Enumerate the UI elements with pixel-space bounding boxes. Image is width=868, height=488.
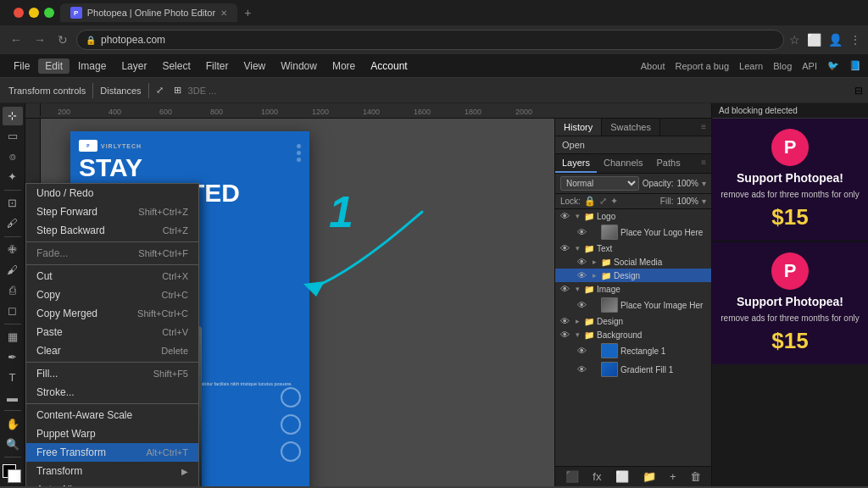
mask-button[interactable]: ⬜ — [615, 470, 629, 483]
dd-transform[interactable]: Transform ▶ — [26, 462, 198, 480]
about-link[interactable]: About — [641, 61, 665, 71]
menu-dots-icon[interactable]: ⋮ — [849, 33, 861, 47]
panel-collapse-icon[interactable]: ≡ — [696, 119, 711, 136]
tab-channels[interactable]: Channels — [597, 154, 649, 173]
learn-link[interactable]: Learn — [739, 61, 763, 71]
layer-place-image[interactable]: 👁 Place Your Image Her — [555, 296, 711, 314]
toolbar-move-icon[interactable]: ⤢ — [153, 84, 167, 97]
layer-eye-image[interactable]: 👁 — [559, 284, 570, 294]
expand-logo[interactable]: ▾ — [573, 212, 581, 220]
blog-link[interactable]: Blog — [773, 61, 792, 71]
report-bug-link[interactable]: Report a bug — [675, 61, 729, 71]
dd-paste[interactable]: Paste Ctrl+V — [26, 323, 198, 341]
layer-image-group[interactable]: 👁 ▾ 📁 Image — [555, 282, 711, 296]
folder-button[interactable]: 📁 — [643, 470, 656, 483]
layer-eye-social[interactable]: 👁 — [576, 257, 587, 267]
dd-auto-align[interactable]: Auto-Align — [26, 480, 198, 486]
dd-stroke[interactable]: Stroke... — [26, 383, 198, 402]
layer-design-text[interactable]: 👁 ▸ 📁 Design — [555, 269, 711, 282]
tool-lasso[interactable]: ⌾ — [3, 147, 23, 166]
tool-erase[interactable]: ◻ — [3, 302, 23, 320]
dd-copy[interactable]: Copy Ctrl+C — [26, 286, 198, 304]
toolbar-grid-icon[interactable]: ⊟ — [854, 85, 863, 97]
dd-cut[interactable]: Cut Ctrl+X — [26, 267, 198, 286]
expand-text[interactable]: ▾ — [573, 244, 581, 252]
dd-step-backward[interactable]: Step Backward Ctrl+Z — [26, 221, 198, 240]
layer-eye-bg[interactable]: 👁 — [559, 330, 570, 340]
twitter-icon[interactable]: 🐦 — [827, 60, 839, 71]
fx-button[interactable]: fx — [593, 470, 601, 483]
menu-view[interactable]: View — [236, 58, 272, 74]
dd-copy-merged[interactable]: Copy Merged Shift+Ctrl+C — [26, 304, 198, 323]
tool-clone[interactable]: ⎙ — [3, 281, 23, 300]
tab-layers[interactable]: Layers — [555, 154, 597, 173]
lock-icon-1[interactable]: 🔒 — [584, 196, 596, 207]
tool-zoom[interactable]: 🔍 — [3, 435, 23, 453]
layer-social-media[interactable]: 👁 ▸ 📁 Social Media — [555, 255, 711, 269]
layer-eye-design-text[interactable]: 👁 — [576, 270, 587, 280]
delete-layer-button[interactable]: 🗑 — [690, 470, 701, 483]
menu-select[interactable]: Select — [155, 58, 197, 74]
menu-filter[interactable]: Filter — [199, 58, 236, 74]
dd-fill[interactable]: Fill... Shift+F5 — [26, 364, 198, 383]
lock-icon-3[interactable]: ✦ — [610, 196, 618, 207]
profile-icon[interactable]: 👤 — [828, 33, 843, 47]
menu-edit[interactable]: Edit — [38, 58, 70, 74]
layer-eye-text[interactable]: 👁 — [559, 243, 570, 253]
tool-pen[interactable]: ✒ — [3, 347, 23, 366]
minimize-button[interactable] — [29, 8, 39, 18]
layer-design-group[interactable]: 👁 ▸ 📁 Design — [555, 314, 711, 328]
tool-shape[interactable]: ▬ — [3, 388, 23, 407]
layer-text-group[interactable]: 👁 ▾ 📁 Text — [555, 241, 711, 255]
reload-button[interactable]: ↻ — [54, 31, 71, 48]
layer-eye-rect1[interactable]: 👁 — [576, 346, 587, 356]
toolbar-align-icon[interactable]: ⊞ — [170, 84, 185, 97]
menu-more[interactable]: More — [326, 58, 362, 74]
blend-mode-select[interactable]: Normal — [560, 176, 639, 191]
tool-hand[interactable]: ✋ — [3, 414, 23, 433]
tool-wand[interactable]: ✦ — [3, 168, 23, 186]
expand-bg[interactable]: ▾ — [573, 330, 581, 339]
extensions-icon[interactable]: ⬜ — [807, 33, 821, 47]
tab-history[interactable]: History — [555, 119, 602, 136]
tool-select-rect[interactable]: ▭ — [3, 127, 23, 146]
tab-swatches[interactable]: Swatches — [602, 119, 660, 136]
tool-eyedropper[interactable]: 🖋 — [3, 214, 23, 233]
layer-rectangle1[interactable]: 👁 Rectangle 1 — [555, 341, 711, 360]
layer-background-group[interactable]: 👁 ▾ 📁 Background — [555, 328, 711, 341]
dd-free-transform[interactable]: Free Transform Alt+Ctrl+T — [26, 443, 198, 462]
back-button[interactable]: ← — [7, 31, 25, 48]
opacity-arrow[interactable]: ▾ — [702, 179, 706, 188]
lock-icon-2[interactable]: ⤢ — [599, 196, 607, 207]
expand-social[interactable]: ▸ — [590, 258, 598, 266]
expand-image[interactable]: ▾ — [573, 285, 581, 293]
bookmark-icon[interactable]: ☆ — [789, 33, 800, 47]
tool-text[interactable]: T — [3, 368, 23, 386]
menu-image[interactable]: Image — [71, 58, 113, 74]
new-tab-button[interactable]: + — [237, 3, 258, 23]
layer-eye-place-image[interactable]: 👁 — [576, 300, 587, 310]
layer-eye-grad1[interactable]: 👁 — [576, 364, 587, 374]
color-boxes[interactable] — [3, 464, 23, 483]
tool-heal[interactable]: ✙ — [3, 241, 23, 259]
close-button[interactable] — [14, 8, 24, 18]
dd-puppet-warp[interactable]: Puppet Warp — [26, 424, 198, 443]
facebook-icon[interactable]: 📘 — [849, 60, 861, 71]
layer-eye-place-logo[interactable]: 👁 — [576, 227, 587, 237]
menu-window[interactable]: Window — [274, 58, 324, 74]
dd-step-forward[interactable]: Step Forward Shift+Ctrl+Z — [26, 202, 198, 221]
dd-content-aware-scale[interactable]: Content-Aware Scale — [26, 406, 198, 424]
expand-design[interactable]: ▸ — [573, 317, 581, 325]
expand-design-text[interactable]: ▸ — [590, 271, 598, 280]
add-layer-button[interactable]: + — [670, 470, 676, 483]
dd-clear[interactable]: Clear Delete — [26, 341, 198, 360]
layer-eye-logo[interactable]: 👁 — [559, 211, 570, 221]
dd-fade[interactable]: Fade... Shift+Ctrl+F — [26, 244, 198, 263]
menu-file[interactable]: File — [7, 58, 36, 74]
background-color[interactable] — [8, 469, 21, 483]
layer-eye-design[interactable]: 👁 — [559, 316, 570, 326]
tool-gradient[interactable]: ▦ — [3, 327, 23, 346]
new-fill-button[interactable]: ⬛ — [565, 470, 579, 483]
dd-undo-redo[interactable]: Undo / Redo — [26, 184, 198, 202]
tab-close-button[interactable]: ✕ — [220, 8, 227, 18]
